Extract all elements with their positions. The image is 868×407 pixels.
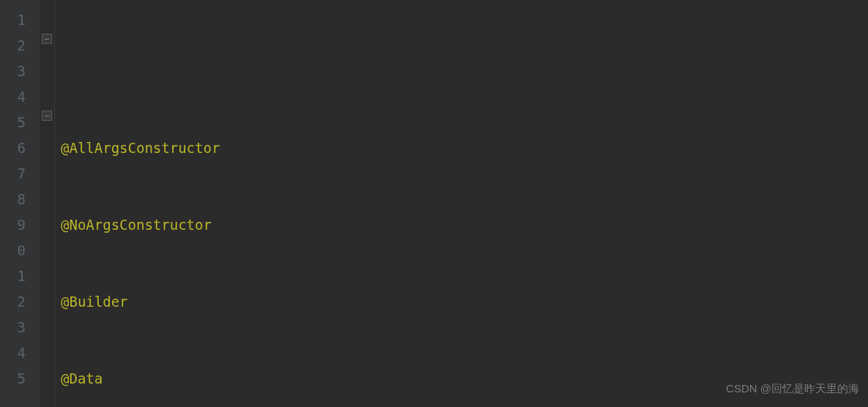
code-line: @Builder xyxy=(61,289,648,315)
code-line: @Data xyxy=(61,366,648,392)
line-number: 9 xyxy=(0,212,26,238)
line-number: 2 xyxy=(0,289,26,315)
code-line xyxy=(61,59,648,84)
line-number: 3 xyxy=(0,315,26,340)
line-number: 4 xyxy=(0,340,26,366)
line-number: 0 xyxy=(0,238,26,264)
line-number: 5 xyxy=(0,110,26,135)
annotation: @Builder xyxy=(61,294,128,310)
annotation: @NoArgsConstructor xyxy=(61,217,212,233)
line-number: 5 xyxy=(0,366,26,392)
fold-toggle-icon[interactable]: − xyxy=(42,34,52,44)
code-editor: 1 2 3 4 5 6 7 8 9 0 1 2 3 4 5 − − @AllAr… xyxy=(0,0,868,407)
line-number: 1 xyxy=(0,7,26,33)
watermark: CSDN @回忆是昨天里的海 xyxy=(726,376,859,401)
code-line: @NoArgsConstructor xyxy=(61,212,648,238)
code-area[interactable]: @AllArgsConstructor @NoArgsConstructor @… xyxy=(55,0,648,407)
line-number: 1 xyxy=(0,264,26,289)
annotation: @Data xyxy=(61,370,103,387)
line-number: 4 xyxy=(0,84,26,110)
fold-column: − − xyxy=(40,0,55,407)
line-number: 3 xyxy=(0,59,26,84)
fold-toggle-icon[interactable]: − xyxy=(42,111,52,121)
code-line: @AllArgsConstructor xyxy=(61,135,648,161)
line-number: 6 xyxy=(0,135,26,161)
line-number: 2 xyxy=(0,33,26,59)
line-number-gutter: 1 2 3 4 5 6 7 8 9 0 1 2 3 4 5 xyxy=(0,0,40,407)
annotation: @AllArgsConstructor xyxy=(61,140,220,156)
line-number: 8 xyxy=(0,187,26,212)
line-number: 7 xyxy=(0,161,26,187)
